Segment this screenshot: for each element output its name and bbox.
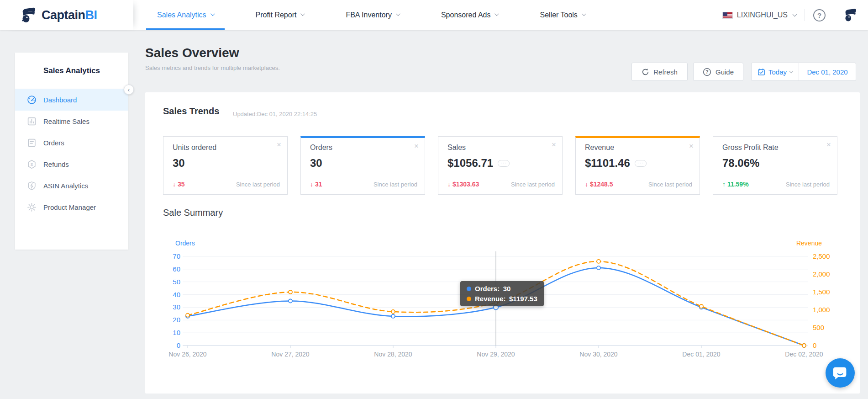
tooltip-text: Orders: 30	[475, 285, 510, 293]
nav-item-label: FBA Inventory	[346, 11, 392, 19]
metric-label: Sales	[447, 144, 466, 151]
series-dot-icon	[467, 297, 471, 301]
chevron-down-icon	[300, 11, 305, 16]
svg-text:50: 50	[173, 278, 180, 286]
main-nav: Sales AnalyticsProfit ReportFBA Inventor…	[146, 0, 616, 30]
more-options-icon[interactable]: ···	[635, 160, 647, 167]
svg-text:Nov 27, 2020: Nov 27, 2020	[271, 351, 309, 358]
asin-shield-icon	[27, 181, 37, 191]
help-icon[interactable]: ?	[813, 9, 826, 21]
svg-text:Dec 02, 2020: Dec 02, 2020	[785, 351, 823, 358]
svg-text:Nov 26, 2020: Nov 26, 2020	[168, 351, 206, 358]
sidebar-item-label: Product Manager	[43, 203, 96, 211]
metric-card-units-ordered[interactable]: Units ordered×30↓ 35Since last period	[163, 136, 288, 195]
svg-text:2,000: 2,000	[813, 270, 830, 278]
metric-delta-row: ↑ 11.59%Since last period	[722, 181, 830, 188]
sale-summary-title: Sale Summary	[163, 207, 223, 218]
metric-card-gross-profit-rate[interactable]: Gross Profit Rate×78.06%↑ 11.59%Since la…	[713, 136, 837, 195]
nav-item-label: Sponsored Ads	[441, 11, 491, 19]
captain-avatar-icon	[842, 8, 858, 22]
captain-hat-logo-icon	[19, 7, 37, 23]
svg-text:70: 70	[173, 252, 180, 260]
close-icon[interactable]: ×	[414, 142, 419, 150]
sidebar-collapse-button[interactable]: ‹	[124, 85, 134, 95]
metric-value: 78.06%	[722, 157, 759, 170]
svg-text:1,000: 1,000	[813, 306, 830, 314]
refunds-dollar-icon: $	[27, 160, 37, 169]
avatar[interactable]	[842, 8, 858, 22]
metric-card-sales[interactable]: Sales×$1056.71···↓ $1303.63Since last pe…	[438, 136, 563, 195]
refresh-icon	[642, 68, 649, 76]
metric-cards-row: Units ordered×30↓ 35Since last periodOrd…	[163, 136, 837, 195]
metric-delta: ↓ 31	[310, 181, 322, 188]
metric-delta: ↓ $1248.5	[585, 181, 613, 188]
svg-text:Dec 01, 2020: Dec 01, 2020	[682, 351, 720, 358]
metric-card-revenue[interactable]: Revenue×$1101.46···↓ $1248.5Since last p…	[575, 136, 700, 195]
metric-note: Since last period	[648, 181, 692, 188]
nav-item-profit-report[interactable]: Profit Report	[245, 0, 315, 30]
nav-item-seller-tools[interactable]: Seller Tools	[529, 0, 595, 30]
chevron-down-icon	[396, 11, 400, 16]
sidebar-item-orders[interactable]: Orders	[15, 132, 128, 154]
chevron-down-icon	[494, 11, 499, 16]
page-subtitle: Sales metrics and trends for multiple ma…	[145, 64, 280, 71]
metric-delta: ↓ 35	[173, 181, 184, 188]
top-header: CaptainBI Sales AnalyticsProfit ReportFB…	[0, 0, 868, 30]
close-icon[interactable]: ×	[689, 142, 694, 150]
sidebar-item-label: Orders	[43, 139, 64, 147]
metric-note: Since last period	[511, 181, 555, 188]
date-value-button[interactable]: Dec 01, 2020	[799, 63, 856, 80]
svg-text:0: 0	[813, 341, 816, 349]
nav-item-fba-inventory[interactable]: FBA Inventory	[335, 0, 410, 30]
chevron-down-icon[interactable]	[793, 12, 797, 16]
metric-delta-row: ↓ 31Since last period	[310, 181, 417, 188]
sidebar-item-label: Dashboard	[43, 96, 77, 104]
sidebar-item-label: Realtime Sales	[43, 117, 89, 125]
nav-item-sponsored-ads[interactable]: Sponsored Ads	[430, 0, 509, 30]
series-dot-icon	[467, 287, 471, 291]
refresh-label: Refresh	[653, 68, 678, 76]
close-icon[interactable]: ×	[552, 141, 556, 149]
metric-delta-row: ↓ $1248.5Since last period	[585, 181, 692, 188]
metric-delta-row: ↓ $1303.63Since last period	[447, 181, 555, 188]
metric-value: 30	[310, 157, 322, 170]
account-name[interactable]: LIXINGHUI_US	[737, 11, 788, 19]
nav-item-sales-analytics[interactable]: Sales Analytics	[146, 0, 225, 30]
sidebar-item-refunds[interactable]: $Refunds	[15, 154, 128, 175]
svg-text:$: $	[31, 162, 33, 167]
svg-text:20: 20	[173, 316, 180, 324]
metric-value-row: 30	[173, 157, 278, 170]
tooltip-row: Orders: 30	[467, 285, 537, 293]
us-flag-icon	[722, 12, 733, 19]
chevron-down-icon	[582, 11, 586, 16]
sidebar-item-product-manager[interactable]: Product Manager	[15, 197, 128, 218]
refresh-button[interactable]: Refresh	[631, 63, 688, 81]
sidebar-item-realtime-sales[interactable]: Realtime Sales	[15, 111, 128, 132]
close-icon[interactable]: ×	[277, 141, 281, 149]
metric-label: Orders	[310, 144, 332, 151]
guide-button[interactable]: ? Guide	[693, 63, 743, 81]
svg-text:Nov 29, 2020: Nov 29, 2020	[477, 351, 515, 358]
chat-bubble-icon	[832, 365, 848, 381]
metric-delta: ↑ 11.59%	[722, 181, 749, 188]
chat-launcher-button[interactable]	[826, 358, 855, 388]
svg-text:Nov 28, 2020: Nov 28, 2020	[374, 351, 412, 358]
sidebar-menu: DashboardRealtime SalesOrders$RefundsASI…	[15, 89, 128, 218]
date-mode-button[interactable]: Today	[752, 63, 799, 80]
metric-value-row: 78.06%	[722, 157, 828, 170]
nav-item-label: Seller Tools	[540, 11, 577, 19]
metric-label: Gross Profit Rate	[722, 144, 779, 151]
sidebar: Sales Analytics DashboardRealtime SalesO…	[15, 53, 128, 250]
question-circle-icon: ?	[703, 68, 711, 76]
metric-card-orders[interactable]: Orders×30↓ 31Since last period	[300, 136, 425, 195]
metric-note: Since last period	[786, 181, 830, 188]
page-head: Sales Overview Sales metrics and trends …	[145, 46, 280, 71]
close-icon[interactable]: ×	[826, 141, 831, 149]
divider	[834, 9, 834, 21]
sidebar-title: Sales Analytics	[15, 53, 128, 89]
brand-name: CaptainBI	[42, 8, 97, 22]
sidebar-item-asin-analytics[interactable]: ASIN Analytics	[15, 175, 128, 197]
brand-logo[interactable]: CaptainBI	[0, 0, 133, 30]
sidebar-item-dashboard[interactable]: Dashboard	[15, 89, 128, 111]
more-options-icon[interactable]: ···	[498, 160, 510, 167]
